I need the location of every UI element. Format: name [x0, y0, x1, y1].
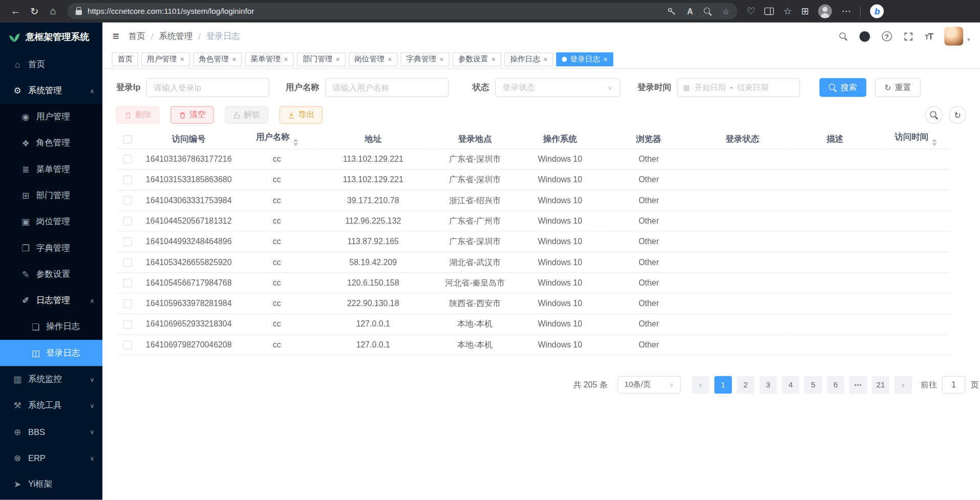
breadcrumb-home[interactable]: 首页 — [129, 31, 145, 42]
col-username[interactable]: 用户名称 — [239, 130, 315, 149]
page-button-1[interactable]: 1 — [714, 376, 732, 393]
table-row[interactable]: 1641069652933218304cc127.0.0.1本地-本机Windo… — [116, 314, 950, 334]
close-icon[interactable]: × — [492, 55, 496, 63]
sidebar-item-user-mgmt[interactable]: ◉用户管理 — [0, 104, 102, 130]
collections-icon[interactable]: ⊞ — [801, 6, 809, 17]
fullscreen-icon[interactable] — [904, 32, 913, 41]
unlock-button[interactable]: 解锁 — [225, 106, 268, 124]
font-size-icon[interactable]: TT — [925, 31, 932, 41]
sidebar-item-home[interactable]: ⌂首页 — [0, 51, 102, 77]
refresh-table-button[interactable]: ↻ — [949, 106, 966, 124]
close-icon[interactable]: × — [603, 55, 608, 63]
goto-page-input[interactable] — [942, 376, 966, 393]
export-button[interactable]: 导出 — [280, 106, 323, 124]
sidebar-item-log-mgmt[interactable]: ✐日志管理∧ — [0, 288, 102, 314]
sidebar-collapse-icon[interactable]: ≡ — [113, 30, 119, 43]
more-menu-icon[interactable]: ⋯ — [842, 6, 851, 17]
reset-button[interactable]: ↻重置 — [875, 78, 921, 97]
page-button-2[interactable]: 2 — [737, 376, 754, 393]
col-access-time[interactable]: 访问时间 — [881, 130, 950, 149]
row-checkbox[interactable] — [123, 279, 132, 288]
tab-operation-log[interactable]: 操作日志× — [504, 52, 553, 66]
table-row[interactable]: 1641031367863177216cc113.102.129.221广东省-… — [116, 149, 950, 169]
split-screen-icon[interactable] — [764, 8, 774, 15]
row-checkbox[interactable] — [123, 217, 132, 226]
close-icon[interactable]: × — [284, 55, 288, 63]
row-checkbox[interactable] — [123, 197, 132, 205]
close-icon[interactable]: × — [336, 55, 340, 63]
page-button-4[interactable]: 4 — [782, 376, 799, 393]
page-button-5[interactable]: 5 — [804, 376, 822, 393]
search-icon[interactable] — [839, 32, 847, 40]
url-text[interactable]: https://ccnetcore.com:1101/system/log/lo… — [88, 7, 254, 15]
tab-login-log[interactable]: 登录日志× — [557, 52, 613, 66]
table-row[interactable]: 1641031533185863680cc113.102.129.221广东省-… — [116, 169, 950, 190]
sidebar-item-role-mgmt[interactable]: ❖角色管理 — [0, 130, 102, 156]
prev-page-button[interactable]: ‹ — [692, 376, 709, 393]
table-row[interactable]: 1641069798270046208cc127.0.0.1本地-本机Windo… — [116, 334, 950, 355]
home-icon[interactable]: ⌂ — [44, 3, 62, 20]
tab-dict-mgmt[interactable]: 字典管理× — [401, 52, 450, 66]
more-pages-button[interactable]: ••• — [849, 376, 867, 393]
sidebar-item-param-settings[interactable]: ✎参数设置 — [0, 261, 102, 287]
sidebar-item-system-mgmt[interactable]: ⚙系统管理∧ — [0, 77, 102, 103]
tab-home[interactable]: 首页 — [112, 52, 138, 66]
next-page-button[interactable]: › — [894, 376, 912, 393]
add-favorite-star-icon[interactable]: ☆ — [722, 7, 730, 16]
tab-user-mgmt[interactable]: 用户管理× — [141, 52, 190, 66]
page-button-3[interactable]: 3 — [759, 376, 777, 393]
row-checkbox[interactable] — [123, 341, 132, 350]
toggle-search-button[interactable] — [925, 106, 943, 124]
table-row[interactable]: 1641044520567181312cc112.96.225.132广东省-广… — [116, 210, 950, 231]
sidebar-item-yi-framework[interactable]: ➤Yi框架 — [0, 471, 102, 497]
browser-essentials-icon[interactable]: ♡ — [747, 6, 755, 17]
table-row[interactable]: 1641059633978281984cc222.90.130.18陕西省-西安… — [116, 293, 950, 314]
close-icon[interactable]: × — [543, 55, 548, 63]
sidebar-item-post-mgmt[interactable]: ▣岗位管理 — [0, 209, 102, 235]
tab-param-settings[interactable]: 参数设置× — [453, 52, 501, 66]
select-all-checkbox[interactable] — [123, 135, 132, 144]
sidebar-item-system-monitor[interactable]: ▥系统监控∨ — [0, 366, 102, 392]
profile-avatar[interactable] — [818, 5, 832, 18]
row-checkbox[interactable] — [123, 258, 132, 267]
back-icon[interactable]: ← — [6, 3, 25, 20]
tab-menu-mgmt[interactable]: 菜单管理× — [245, 52, 294, 66]
search-button[interactable]: 搜索 — [819, 78, 866, 97]
page-button-6[interactable]: 6 — [827, 376, 844, 393]
date-range-picker[interactable]: ▦ 开始日期 - 结束日期 — [677, 78, 800, 97]
sidebar-item-erp[interactable]: ⊗ERP∨ — [0, 445, 102, 471]
tab-dept-mgmt[interactable]: 部门管理× — [297, 52, 346, 66]
user-avatar[interactable] — [945, 27, 964, 46]
close-icon[interactable]: × — [180, 55, 185, 63]
page-size-select[interactable]: 10条/页 ∨ — [617, 376, 680, 393]
sidebar-item-dept-mgmt[interactable]: ⊞部门管理 — [0, 182, 102, 208]
username-input[interactable] — [325, 78, 449, 97]
sidebar-item-menu-mgmt[interactable]: ≣菜单管理 — [0, 156, 102, 182]
row-checkbox[interactable] — [123, 176, 132, 184]
sidebar-item-operation-log[interactable]: ❏操作日志 — [0, 314, 102, 340]
tab-post-mgmt[interactable]: 岗位管理× — [349, 52, 397, 66]
table-row[interactable]: 1641053426655825920cc58.19.42.209湖北省-武汉市… — [116, 252, 950, 272]
sort-carets-icon[interactable] — [931, 139, 936, 146]
read-aloud-icon[interactable]: A — [687, 7, 693, 16]
status-select[interactable]: 登录状态 ∨ — [495, 78, 620, 97]
close-icon[interactable]: × — [232, 55, 237, 63]
tab-role-mgmt[interactable]: 角色管理× — [193, 52, 242, 66]
close-icon[interactable]: × — [439, 55, 444, 63]
table-row[interactable]: 1641043063331753984cc39.171.210.78浙江省-绍兴… — [116, 190, 950, 210]
clear-button[interactable]: 清空 — [171, 106, 214, 124]
sort-carets-icon[interactable] — [293, 139, 298, 146]
favorites-icon[interactable]: ☆ — [783, 6, 792, 17]
breadcrumb-system-mgmt[interactable]: 系统管理 — [159, 31, 193, 42]
close-icon[interactable]: × — [388, 55, 392, 63]
delete-button[interactable]: 删除 — [116, 106, 159, 124]
sidebar-item-dict-mgmt[interactable]: ❐字典管理 — [0, 235, 102, 261]
avatar-caret-icon[interactable]: ▾ — [967, 36, 970, 42]
table-row[interactable]: 1641044993248464896cc113.87.92.165广东省-深圳… — [116, 231, 950, 252]
table-row[interactable]: 1641054566717984768cc120.6.150.158河北省-秦皇… — [116, 272, 950, 293]
row-checkbox[interactable] — [123, 237, 132, 246]
reload-icon[interactable]: ↻ — [25, 3, 44, 20]
page-button-21[interactable]: 21 — [872, 376, 889, 393]
app-logo[interactable]: 意框架管理系统 — [0, 23, 102, 51]
help-icon[interactable]: ? — [882, 31, 892, 41]
